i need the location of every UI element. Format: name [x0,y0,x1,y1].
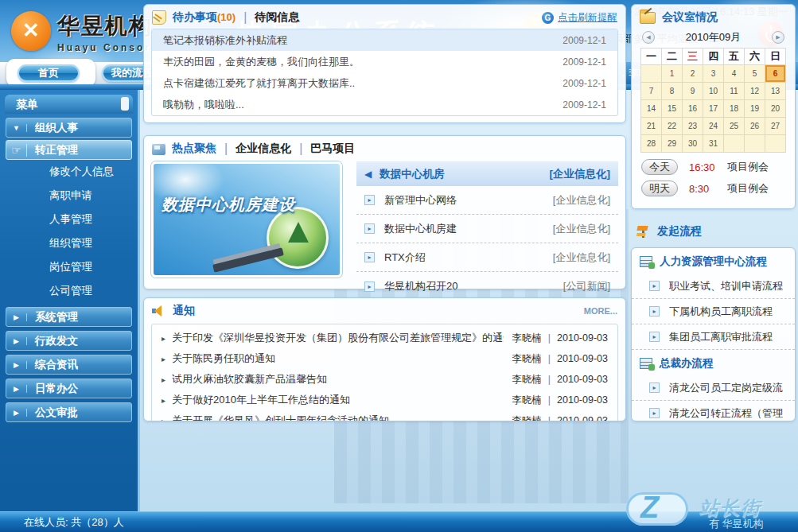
calendar-day[interactable]: 14 [641,100,661,117]
flow-item[interactable]: ▸ 职业考试、培训申请流程 [632,274,795,299]
hot-article-title[interactable]: RTX介绍 [384,250,426,265]
calendar-day[interactable]: 1 [662,65,682,82]
sidebar-group-admin-docs[interactable]: ▶ 行政发文 [6,331,132,351]
notice-row[interactable]: ▸ 关于做好2010年上半年工作总结的通知 李晓楠|2010-09-03 [152,390,617,410]
hot-article-row[interactable]: ▸ 数据中心机房建 [企业信息化] [356,215,618,243]
sidebar-item-resignation[interactable]: 离职申请 [0,184,138,208]
sidebar-group-daily-office[interactable]: ▶ 日常办公 [6,379,132,398]
calendar-day[interactable] [641,65,661,82]
calendar-day[interactable]: 16 [683,100,703,117]
hot-article-active[interactable]: ◀ 数据中心机房 [企业信息化] [356,161,618,186]
sidebar-group-doc-approval[interactable]: ▶ 公文审批 [6,402,132,422]
calendar-day[interactable] [765,135,785,152]
flow-item[interactable]: ▸ 集团员工离职审批流程 [632,324,795,350]
calendar-day[interactable]: 26 [745,118,765,134]
notice-row[interactable]: ▸ 试用火麻油软胶囊新产品温馨告知 李晓楠|2010-09-03 [152,369,617,390]
flow-item-label[interactable]: 清龙公司员工定岗定级流 [669,381,783,395]
hot-article-title[interactable]: 华昱机构召开20 [384,279,457,293]
calendar-day[interactable]: 8 [662,83,682,99]
flow-item[interactable]: ▸ 清龙公司转正流程（管理 [632,401,795,421]
tab-hot-focus[interactable]: 热点聚焦 [172,142,216,156]
calendar-day[interactable]: 13 [765,83,785,99]
todo-row[interactable]: 笔记本报销标准外补贴流程 2009-12-1 [152,29,617,51]
calendar-day[interactable]: 7 [641,83,661,99]
flow-item[interactable]: ▸ 下属机构员工离职流程 [632,299,795,324]
flow-item-label[interactable]: 集团员工离职审批流程 [669,330,773,344]
calendar-day-selected[interactable]: 6 [765,65,785,82]
todo-title[interactable]: 点卡宿建德江爱死了就打算离开大数据库.. [163,76,355,91]
hot-article-title[interactable]: 数据中心机房 [380,167,444,181]
hot-article-row[interactable]: ▸ 新管理中心网络 [企业信息化] [356,186,618,215]
todo-row[interactable]: 丰沃的田园，金黄的麦穗，我们向往那里。 2009-12-1 [152,51,617,72]
calendar-day[interactable]: 4 [724,65,744,82]
more-link[interactable]: MORE... [584,306,617,316]
flow-item-label[interactable]: 清龙公司转正流程（管理 [669,406,783,421]
flow-item-label[interactable]: 下属机构员工离职流程 [669,305,773,319]
notice-item-title[interactable]: 关于陈民勇任职的通知 [172,351,275,366]
notice-item-title[interactable]: 关于印发《深圳华昱投资开发（集团）股份有限公司差旅管理规定》的通知 [172,331,504,345]
todo-row[interactable]: 点卡宿建德江爱死了就打算离开大数据库.. 2009-12-1 [152,72,617,94]
flow-item[interactable]: ▸ 清龙公司员工定岗定级流 [632,375,795,401]
flow-item-label[interactable]: 职业考试、培训申请流程 [669,279,783,293]
calendar-next-button[interactable]: ▶ [772,31,784,44]
hot-article-title[interactable]: 数据中心机房建 [384,222,457,236]
calendar-day[interactable]: 30 [683,135,703,152]
hot-article-row[interactable]: ▸ RTX介绍 [企业信息化] [356,243,618,272]
calendar-day[interactable]: 2 [683,65,703,82]
todo-title[interactable]: 笔记本报销标准外补贴流程 [163,33,287,48]
sidebar-item-company-management[interactable]: 公司管理 [0,279,138,303]
calendar-day[interactable]: 31 [703,135,723,152]
calendar-day[interactable]: 28 [641,135,661,152]
calendar-day[interactable]: 17 [703,100,723,117]
calendar-day[interactable]: 22 [662,118,682,134]
event-title[interactable]: 项目例会 [727,181,769,196]
notice-item-title[interactable]: 关于做好2010年上半年工作总结的通知 [172,393,350,407]
calendar-day[interactable]: 9 [683,83,703,99]
calendar-day[interactable] [745,135,765,152]
calendar-day[interactable]: 21 [641,118,661,134]
tomorrow-button[interactable]: 明天 [641,181,678,196]
today-button[interactable]: 今天 [641,159,678,175]
calendar-day[interactable]: 25 [724,118,744,134]
calendar-day[interactable]: 3 [703,65,723,82]
sidebar-item-org-management[interactable]: 组织管理 [0,231,138,255]
tab-unread-info[interactable]: 待阅信息 [255,10,299,25]
sidebar-group-org-hr[interactable]: ▼ 组织人事 [6,118,132,138]
calendar-day[interactable]: 5 [745,65,765,82]
calendar-day[interactable]: 29 [662,135,682,152]
notice-row[interactable]: ▸ 关于印发《深圳华昱投资开发（集团）股份有限公司差旅管理规定》的通知 李晓楠|… [152,328,617,348]
start-flow-header[interactable]: 发起流程 [636,224,702,239]
calendar-day[interactable]: 20 [765,100,785,117]
hot-article-row[interactable]: ▸ 华昱机构召开20 [公司新闻] [356,272,618,301]
sidebar-item-regularization-selected[interactable]: ☞ 转正管理 [6,140,132,160]
tab-enterprise-info[interactable]: 企业信息化 [236,142,291,156]
todo-row[interactable]: 哦勒勒，哦啦啦... 2009-12-1 [152,94,617,115]
notice-row[interactable]: ▸ 关于陈民勇任职的通知 李晓楠|2010-09-03 [152,348,617,369]
calendar-prev-button[interactable]: ◀ [642,31,655,44]
event-title[interactable]: 项目例会 [727,160,769,174]
notice-row[interactable]: ▸ 关于开展《华昱风》创刊十周年纪念活动的通知 李晓楠|2010-09-03 [152,410,617,421]
calendar-day[interactable]: 27 [765,118,785,134]
calendar-day[interactable]: 19 [745,100,765,117]
calendar-day[interactable]: 10 [703,83,723,99]
todo-title[interactable]: 丰沃的田园，金黄的麦穗，我们向往那里。 [163,55,360,69]
notice-item-title[interactable]: 试用火麻油软胶囊新产品温馨告知 [172,372,327,386]
sidebar-item-edit-profile[interactable]: 修改个人信息 [0,160,138,184]
notice-item-title[interactable]: 关于开展《华昱风》创刊十周年纪念活动的通知 [172,414,389,421]
sidebar-item-hr-management[interactable]: 人事管理 [0,208,138,231]
hot-feature-image[interactable]: 数据中心机房建设 [151,161,342,278]
calendar-day[interactable]: 18 [724,100,744,117]
calendar-day[interactable]: 24 [703,118,723,134]
tab-todo-items[interactable]: 待办事项(10) [173,10,236,25]
calendar-day[interactable]: 11 [724,83,744,99]
sidebar-item-post-management[interactable]: 岗位管理 [0,255,138,279]
calendar-day[interactable]: 12 [745,83,765,99]
calendar-day[interactable]: 15 [662,100,682,117]
sidebar-group-system[interactable]: ▶ 系统管理 [6,307,132,327]
refresh-reminder-link[interactable]: G 点击刷新提醒 [542,11,617,25]
tab-bama-project[interactable]: 巴马项目 [310,142,355,156]
calendar-day[interactable] [724,135,744,152]
todo-title[interactable]: 哦勒勒，哦啦啦... [163,98,244,112]
hot-article-title[interactable]: 新管理中心网络 [384,193,457,208]
sidebar-group-info[interactable]: ▶ 综合资讯 [6,355,132,375]
